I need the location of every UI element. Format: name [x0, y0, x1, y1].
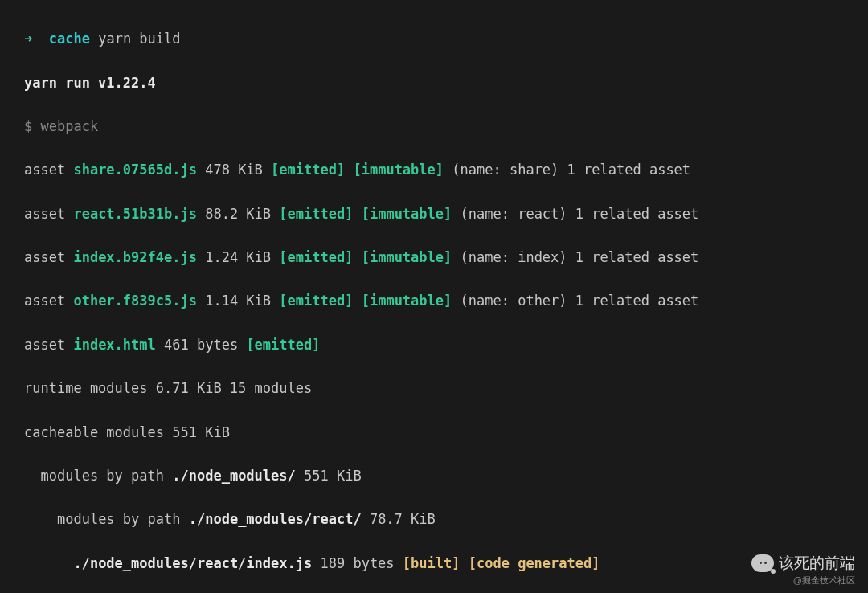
asset-line: asset react.51b31b.js 88.2 KiB [emitted]… — [24, 203, 844, 225]
sub-watermark: @掘金技术社区 — [793, 574, 855, 588]
wechat-icon — [751, 554, 774, 572]
yarn-task-line: $ webpack — [24, 116, 844, 137]
modules-react-line: modules by path ./node_modules/react/ 78… — [24, 509, 844, 530]
watermark: 该死的前端 — [751, 551, 855, 575]
terminal-output: ➜ cache yarn build yarn run v1.22.4 $ we… — [0, 6, 868, 593]
prompt-line: ➜ cache yarn build — [24, 28, 844, 50]
yarn-run-line: yarn run v1.22.4 — [24, 72, 844, 94]
asset-line: asset share.07565d.js 478 KiB [emitted] … — [24, 159, 844, 181]
prompt-command: yarn build — [98, 31, 180, 47]
watermark-text: 该死的前端 — [779, 551, 855, 575]
prompt-arrow: ➜ — [24, 31, 32, 47]
runtime-line: runtime modules 6.71 KiB 15 modules — [24, 378, 844, 399]
modules-node-line: modules by path ./node_modules/ 551 KiB — [24, 465, 844, 487]
prompt-context: cache — [49, 31, 90, 47]
asset-line: asset other.f839c5.js 1.14 KiB [emitted]… — [24, 290, 844, 312]
react-index-line: ./node_modules/react/index.js 189 bytes … — [24, 553, 844, 575]
cacheable-line: cacheable modules 551 KiB — [24, 422, 844, 444]
asset-line: asset index.b92f4e.js 1.24 KiB [emitted]… — [24, 247, 844, 268]
asset-html-line: asset index.html 461 bytes [emitted] — [24, 334, 844, 356]
